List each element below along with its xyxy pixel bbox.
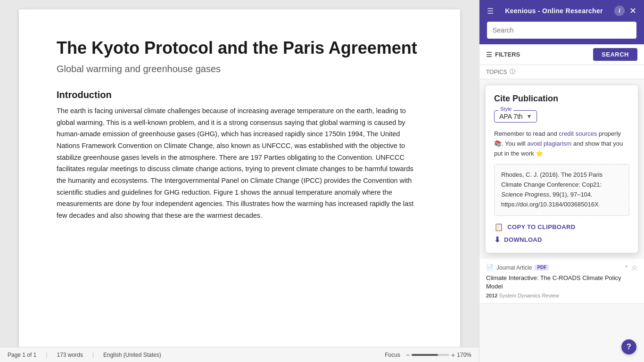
zoom-in-button[interactable]: + [451, 351, 455, 359]
result-meta: 2012 System Dynamics Review [486, 293, 637, 298]
result-year: 2012 [486, 293, 497, 298]
document-subtitle: Global warming and greenhouse gases [57, 64, 422, 74]
sidebar-title: Keenious - Online Researcher [505, 7, 603, 15]
style-label: Style [498, 106, 513, 112]
cite-popup: Cite Publication Style APA 7th ▼ Remembe… [485, 85, 638, 253]
sidebar: ☰ Keenious - Online Researcher i ✕ ☰ FIL… [479, 0, 644, 362]
clipboard-icon: 📋 [494, 222, 504, 231]
search-button[interactable]: SEARCH [593, 48, 637, 61]
page-indicator: Page 1 of 1 [8, 352, 36, 358]
result-journal: System Dynamics Review [499, 293, 559, 298]
style-selector[interactable]: Style APA 7th ▼ [494, 110, 537, 123]
result-title[interactable]: Climate Interactive: The C-ROADS Climate… [486, 274, 637, 291]
language-indicator: English (United States) [103, 352, 161, 358]
download-button[interactable]: ⬇ DOWNLOAD [494, 235, 629, 244]
intro-text: The earth is facing universal climate ch… [57, 105, 422, 221]
cite-title: Cite Publication [494, 94, 629, 104]
journal-icon: 📄 [486, 264, 494, 271]
info-icon[interactable]: i [614, 6, 625, 16]
close-button[interactable]: ✕ [629, 6, 636, 16]
bookmark-icon[interactable]: ☆ [631, 263, 637, 272]
status-bar: Page 1 of 1 | 173 words | English (Unite… [0, 347, 479, 362]
result-type-label: Journal Article [496, 264, 532, 271]
topics-bar: TOPICS ⓘ [479, 65, 644, 79]
topics-label: TOPICS [486, 69, 507, 75]
result-item: 📄 Journal Article PDF “ ☆ Climate Intera… [479, 259, 644, 304]
citation-italic: Science Progress [501, 191, 549, 198]
document-page: The Kyoto Protocol and the Paris Agreeme… [19, 9, 460, 347]
filters-bar: ☰ FILTERS SEARCH [479, 44, 644, 65]
result-item-header: 📄 Journal Article PDF “ ☆ [486, 263, 637, 272]
help-button[interactable]: ? [621, 339, 636, 354]
style-value: APA 7th [499, 113, 523, 120]
quote-icon[interactable]: “ [625, 263, 627, 272]
citation-text-pre: Rhodes, C. J. (2016). The 2015 Paris Cli… [501, 171, 603, 188]
cite-reminder: Remember to read and credit sources prop… [494, 129, 629, 158]
focus-button[interactable]: Focus [385, 352, 400, 358]
topics-info-icon[interactable]: ⓘ [510, 68, 515, 76]
copy-clipboard-button[interactable]: 📋 COPY TO CLIPBOARD [494, 222, 629, 231]
search-bar [479, 22, 644, 44]
zoom-level: 170% [457, 352, 471, 358]
pdf-badge: PDF [535, 264, 549, 271]
dropdown-arrow-icon: ▼ [527, 113, 532, 120]
filter-icon: ☰ [486, 51, 492, 58]
sidebar-header-icons: i ✕ [614, 6, 636, 16]
zoom-out-button[interactable]: − [406, 351, 410, 359]
results-area: 📄 Journal Article PDF “ ☆ Climate Intera… [479, 259, 644, 362]
avoid-plagiarism-link[interactable]: avoid plagiarism [527, 140, 571, 147]
credit-sources-link[interactable]: credit sources [559, 130, 597, 137]
status-right: Focus − + 170% [385, 351, 471, 359]
menu-icon[interactable]: ☰ [487, 7, 494, 16]
search-input[interactable] [487, 22, 636, 39]
filters-toggle[interactable]: ☰ FILTERS [486, 51, 520, 58]
word-count: 173 words [57, 352, 83, 358]
zoom-controls: − + 170% [406, 351, 471, 359]
download-icon: ⬇ [494, 235, 500, 244]
document-title: The Kyoto Protocol and the Paris Agreeme… [57, 38, 422, 58]
citation-box: Rhodes, C. J. (2016). The 2015 Paris Cli… [494, 164, 629, 215]
zoom-slider[interactable] [412, 354, 449, 356]
result-actions: “ ☆ [625, 263, 637, 272]
intro-heading: Introduction [57, 90, 422, 100]
sidebar-header: ☰ Keenious - Online Researcher i ✕ [479, 0, 644, 22]
cite-actions: 📋 COPY TO CLIPBOARD ⬇ DOWNLOAD [494, 222, 629, 244]
filters-label-text: FILTERS [495, 51, 520, 58]
document-area: The Kyoto Protocol and the Paris Agreeme… [0, 0, 479, 362]
